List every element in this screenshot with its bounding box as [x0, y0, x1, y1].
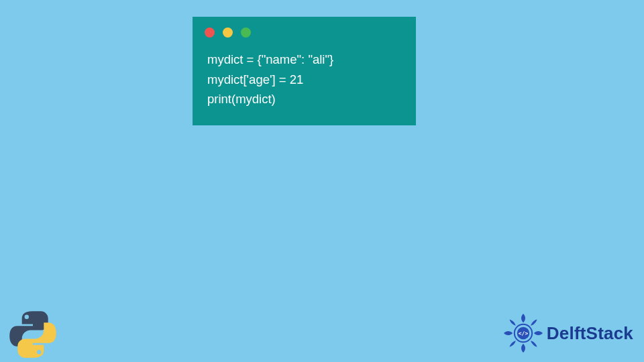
svg-point-1 [37, 350, 41, 354]
code-line: mydict['age'] = 21 [207, 70, 401, 90]
minimize-dot-icon [223, 27, 233, 38]
code-line: mydict = {"name": "ali"} [207, 50, 401, 70]
close-dot-icon [205, 27, 215, 38]
svg-point-0 [25, 315, 29, 319]
svg-text:</>: </> [519, 330, 529, 337]
code-window: mydict = {"name": "ali"} mydict['age'] =… [193, 17, 416, 125]
window-titlebar [193, 17, 416, 43]
python-logo-icon [7, 308, 59, 361]
code-body: mydict = {"name": "ali"} mydict['age'] =… [193, 43, 416, 113]
brand-badge: </> DelftStack [501, 311, 633, 355]
maximize-dot-icon [241, 27, 251, 38]
delftstack-logo-icon: </> [501, 311, 545, 355]
brand-name: DelftStack [547, 323, 633, 344]
code-line: print(mydict) [207, 89, 401, 109]
